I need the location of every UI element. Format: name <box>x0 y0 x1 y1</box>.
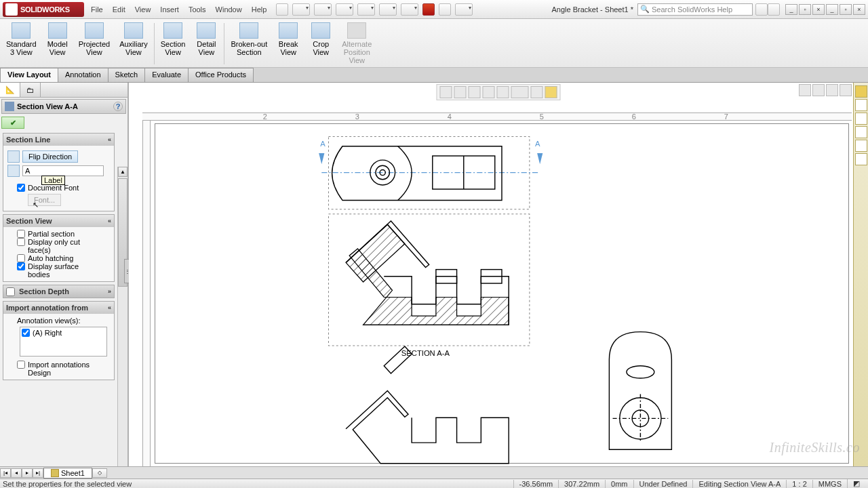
auto-hatching-label: Auto hatching <box>28 254 73 262</box>
only-cut-faces-checkbox[interactable] <box>17 238 25 246</box>
btn-crop-view[interactable]: Crop View <box>304 20 337 67</box>
pm-tab-feature-icon[interactable]: 📐 <box>0 83 20 97</box>
pm-scrollbar[interactable]: ▲ <box>117 167 127 469</box>
qat-search-icon[interactable] <box>276 3 288 16</box>
qat-rebuild-icon[interactable] <box>422 3 435 16</box>
flip-direction-button[interactable]: Flip Direction <box>22 150 78 163</box>
help-question-icon[interactable] <box>768 3 780 16</box>
btn-broken-out-section[interactable]: Broken-out Section <box>226 20 272 67</box>
annotation-views-label: Annotation view(s): <box>17 317 110 325</box>
btn-break-view[interactable]: Break View <box>272 20 304 67</box>
viewport-max-icon[interactable] <box>840 84 852 96</box>
tab-evaluate[interactable]: Evaluate <box>144 68 189 82</box>
section-marker-a-right: A <box>535 140 540 148</box>
qat-open-icon[interactable] <box>314 3 332 16</box>
close-button[interactable]: × <box>812 4 825 15</box>
sheet-add-icon[interactable]: ◇ <box>92 468 107 478</box>
sheet-tab-bar: |◂ ◂ ▸ ▸| Sheet1 ◇ <box>0 466 868 479</box>
btn-alternate-position-view: Alternate Position View <box>337 20 376 67</box>
document-font-checkbox[interactable] <box>17 184 25 192</box>
menu-insert[interactable]: Insert <box>160 5 179 14</box>
chevron-up-icon[interactable]: « <box>108 304 111 311</box>
menu-file[interactable]: File <box>91 5 103 14</box>
menu-edit[interactable]: Edit <box>113 5 125 14</box>
horizontal-ruler: 2 3 4 5 6 7 <box>142 113 852 121</box>
section-label-input[interactable] <box>22 165 104 176</box>
pm-title: Section View A-A <box>17 102 78 110</box>
section-depth-checkbox[interactable] <box>6 287 15 296</box>
display-surface-bodies-checkbox[interactable] <box>17 262 25 270</box>
view-settings-icon[interactable] <box>545 86 557 98</box>
annotation-view-right-label: (A) Right <box>33 329 62 337</box>
hide-show-icon[interactable] <box>511 86 529 98</box>
qat-undo-icon[interactable] <box>379 3 397 16</box>
sheet-nav-first-icon[interactable]: |◂ <box>0 468 11 478</box>
design-label: Design <box>28 369 51 377</box>
qat-select-icon[interactable] <box>401 3 418 16</box>
tp-resources-icon[interactable] <box>855 85 867 98</box>
import-annotations-checkbox[interactable] <box>17 361 25 369</box>
sheet-nav-last-icon[interactable]: ▸| <box>33 468 43 478</box>
chevron-down-icon[interactable]: » <box>108 288 111 295</box>
qat-options-icon[interactable] <box>439 3 451 16</box>
restore-button[interactable]: ▫ <box>799 4 811 15</box>
section-marker-a-left: A <box>320 140 326 148</box>
viewport-single-icon[interactable] <box>799 84 811 96</box>
pm-tab-config-icon[interactable]: 🗀 <box>20 83 41 97</box>
btn-auxiliary-view[interactable]: Auxiliary View <box>115 20 153 67</box>
tp-appearances-icon[interactable] <box>855 140 867 152</box>
partial-section-checkbox[interactable] <box>17 230 25 238</box>
btn-section-view[interactable]: Section View <box>156 20 191 67</box>
tp-view-palette-icon[interactable] <box>855 126 867 138</box>
close-child-button[interactable]: × <box>853 4 865 15</box>
prev-view-icon[interactable] <box>469 86 481 98</box>
minimize-child-button[interactable]: _ <box>826 4 838 15</box>
btn-detail-view[interactable]: Detail View <box>190 20 222 67</box>
chevron-up-icon[interactable]: « <box>108 136 111 143</box>
viewport-horiz-icon[interactable] <box>812 84 825 96</box>
sheet-tab[interactable]: Sheet1 <box>43 468 92 479</box>
status-y: 307.22mm <box>558 480 605 488</box>
btn-standard-3-view[interactable]: Standard 3 View <box>1 20 41 67</box>
tab-annotation[interactable]: Annotation <box>58 68 108 82</box>
auto-hatching-checkbox[interactable] <box>17 254 25 262</box>
help-search-input[interactable]: 🔍 Search SolidWorks Help <box>637 3 753 16</box>
tp-file-explorer-icon[interactable] <box>855 113 867 125</box>
qat-new-icon[interactable] <box>292 3 310 16</box>
tp-custom-props-icon[interactable] <box>855 153 867 165</box>
minimize-button[interactable]: _ <box>785 4 797 15</box>
sheet-nav-next-icon[interactable]: ▸ <box>22 468 33 478</box>
scroll-up-icon[interactable]: ▲ <box>118 167 127 177</box>
chevron-up-icon[interactable]: « <box>108 218 111 224</box>
btn-projected-view[interactable]: Projected View <box>74 20 115 67</box>
qat-save-icon[interactable] <box>336 3 353 16</box>
annotation-view-right-checkbox[interactable] <box>22 329 30 337</box>
drawing-canvas[interactable]: 2 3 4 5 6 7 A A <box>129 83 868 469</box>
sheet-nav-prev-icon[interactable]: ◂ <box>11 468 22 478</box>
panel-section-view: Section View« Partial section Display on… <box>3 214 115 282</box>
menu-view[interactable]: View <box>135 5 151 14</box>
menu-tools[interactable]: Tools <box>189 5 206 14</box>
tp-design-library-icon[interactable] <box>855 99 867 111</box>
tab-office-products[interactable]: Office Products <box>188 68 254 82</box>
menu-window[interactable]: Window <box>216 5 242 14</box>
viewport-min-icon[interactable] <box>826 84 838 96</box>
menu-help[interactable]: Help <box>252 5 267 14</box>
task-pane <box>853 83 868 469</box>
apply-scene-icon[interactable] <box>531 86 543 98</box>
display-style-icon[interactable] <box>497 86 509 98</box>
restore-child-button[interactable]: ▫ <box>840 4 852 15</box>
status-extra-icon[interactable]: ◩ <box>847 479 865 488</box>
section-display-icon[interactable] <box>483 86 495 98</box>
zoom-area-icon[interactable] <box>454 86 467 98</box>
tab-view-layout[interactable]: View Layout <box>0 68 58 82</box>
qat-screen-icon[interactable] <box>455 3 473 16</box>
drawing-sheet: A A <box>155 123 849 464</box>
qat-print-icon[interactable] <box>357 3 375 16</box>
tab-sketch[interactable]: Sketch <box>108 68 146 82</box>
pm-ok-button[interactable]: ✔ <box>1 117 24 129</box>
help-guide-icon[interactable] <box>755 3 768 16</box>
btn-model-view[interactable]: Model View <box>41 20 74 67</box>
pm-help-icon[interactable]: ? <box>113 102 123 111</box>
zoom-fit-icon[interactable] <box>440 86 452 98</box>
